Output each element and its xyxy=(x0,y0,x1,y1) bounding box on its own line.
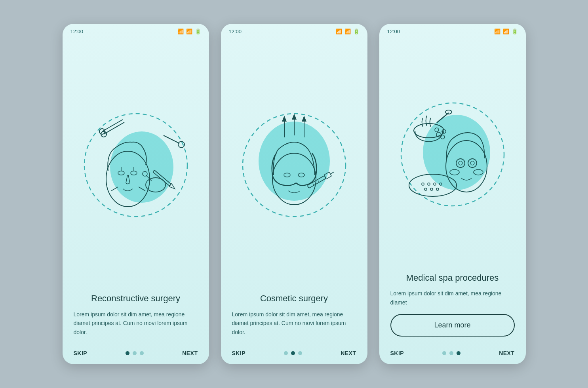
dots-2 xyxy=(284,351,302,355)
svg-marker-27 xyxy=(302,116,306,122)
svg-marker-25 xyxy=(292,114,297,120)
battery-icon-3: 🔋 xyxy=(512,29,518,34)
dots-3 xyxy=(442,351,461,355)
bottom-nav-1: SKIP NEXT xyxy=(63,344,209,364)
svg-line-18 xyxy=(164,135,179,143)
signal-icon-3: 📶 xyxy=(503,29,509,34)
learn-more-button[interactable]: Learn more xyxy=(390,314,515,337)
time-2: 12:00 xyxy=(229,29,242,34)
illustration-area-2 xyxy=(221,37,367,293)
dot-1-3 xyxy=(140,351,144,355)
svg-line-9 xyxy=(102,120,123,131)
time-3: 12:00 xyxy=(387,29,400,34)
svg-point-59 xyxy=(436,188,439,190)
cosmetic-surgery-illustration xyxy=(239,110,350,221)
screen-title-3: Medical spa procedures xyxy=(390,272,515,284)
wifi-icon-1: 📶 xyxy=(177,29,184,34)
next-button-1[interactable]: NEXT xyxy=(182,350,198,356)
bottom-nav-3: SKIP NEXT xyxy=(379,344,526,364)
svg-point-0 xyxy=(110,131,173,203)
status-bar-2: 12:00 📶 📶 🔋 xyxy=(221,24,367,37)
status-icons-3: 📶 📶 🔋 xyxy=(494,29,518,34)
battery-icon-1: 🔋 xyxy=(195,29,201,34)
dot-3-3 xyxy=(457,351,461,355)
svg-marker-14 xyxy=(169,183,176,190)
screen-description-2: Lorem ipsum dolor sit dim amet, mea regi… xyxy=(232,310,356,337)
svg-point-53 xyxy=(422,183,424,185)
svg-point-58 xyxy=(430,188,433,190)
dot-2-1 xyxy=(284,351,288,355)
time-1: 12:00 xyxy=(70,29,84,34)
svg-point-57 xyxy=(424,188,427,190)
screen-description-3: Lorem ipsum dolor sit dim amet, mea regi… xyxy=(390,289,515,307)
phone-screen-1: 12:00 📶 📶 🔋 xyxy=(63,24,209,364)
dot-2-2 xyxy=(291,351,295,355)
svg-point-54 xyxy=(428,183,430,185)
status-icons-2: 📶 📶 🔋 xyxy=(336,29,360,34)
dot-1-1 xyxy=(126,351,129,355)
content-area-2: Cosmetic surgery Lorem ipsum dolor sit d… xyxy=(221,293,367,344)
dot-2-3 xyxy=(298,351,302,355)
reconstructive-surgery-illustration xyxy=(80,110,191,221)
illustration-area-1 xyxy=(63,37,209,293)
next-button-3[interactable]: NEXT xyxy=(499,350,514,356)
content-area-1: Reconstructive surgery Lorem ipsum dolor… xyxy=(63,293,209,344)
svg-point-36 xyxy=(423,115,490,190)
dot-1-2 xyxy=(133,351,137,355)
status-bar-3: 12:00 📶 📶 🔋 xyxy=(379,24,526,37)
screens-container: 12:00 📶 📶 🔋 xyxy=(63,24,526,364)
dot-3-1 xyxy=(442,351,446,355)
screen-description-1: Lorem ipsum dolor sit dim amet, mea regi… xyxy=(74,310,198,337)
status-bar-1: 12:00 📶 📶 🔋 xyxy=(63,24,209,37)
svg-marker-23 xyxy=(282,116,287,122)
svg-point-12 xyxy=(100,130,107,138)
screen-title-2: Cosmetic surgery xyxy=(232,293,356,304)
content-area-3: Medical spa procedures Lorem ipsum dolor… xyxy=(379,272,526,344)
signal-icon-1: 📶 xyxy=(186,29,192,34)
wifi-icon-2: 📶 xyxy=(336,29,342,34)
bottom-nav-2: SKIP NEXT xyxy=(221,344,367,364)
skip-button-2[interactable]: SKIP xyxy=(232,350,246,356)
illustration-area-3 xyxy=(379,37,526,272)
medical-spa-illustration xyxy=(397,99,508,210)
dots-1 xyxy=(126,351,144,355)
wifi-icon-3: 📶 xyxy=(494,29,500,34)
screen-title-1: Reconstructive surgery xyxy=(74,293,198,304)
svg-line-10 xyxy=(104,122,124,134)
svg-point-55 xyxy=(434,183,436,185)
phone-screen-2: 12:00 📶 📶 🔋 xyxy=(221,24,367,364)
svg-line-33 xyxy=(330,172,334,174)
phone-screen-3: 12:00 📶 📶 🔋 xyxy=(379,24,526,364)
next-button-2[interactable]: NEXT xyxy=(341,350,356,356)
dot-3-2 xyxy=(449,351,453,355)
status-icons-1: 📶 📶 🔋 xyxy=(177,29,201,34)
skip-button-1[interactable]: SKIP xyxy=(74,350,88,356)
skip-button-3[interactable]: SKIP xyxy=(390,350,404,356)
svg-point-19 xyxy=(178,141,185,148)
battery-icon-2: 🔋 xyxy=(353,29,360,34)
signal-icon-2: 📶 xyxy=(344,29,351,34)
